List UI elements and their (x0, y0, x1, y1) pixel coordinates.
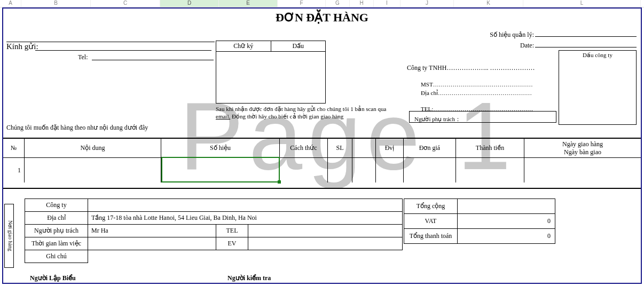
th-thanhtien: Thành tiền (456, 139, 524, 157)
delivery-side-label: Nơi giao hàng (4, 204, 14, 268)
th-dvi: Đvị (376, 139, 404, 157)
val-congty[interactable] (88, 199, 403, 212)
print-area: Page 1 ĐƠN ĐẶT HÀNG Kính gửi: Tel: Số hi… (2, 7, 642, 284)
table-header-row: № Nội dung Số hiệu Cách thức SL Đvị Đơn … (3, 139, 641, 158)
row-vat: VAT 0 (404, 214, 555, 229)
th-sohieu: Số hiệu (161, 139, 280, 157)
td-sohieu[interactable] (161, 158, 280, 182)
col-K[interactable]: K (454, 0, 523, 7)
th-sl2 (352, 139, 376, 157)
row-tongcong: Tổng cộng (404, 199, 555, 214)
val-tongcong[interactable] (458, 199, 555, 214)
th-ngay: Ngày giao hàng Ngày bàn giao (524, 139, 641, 157)
td-dongia[interactable] (404, 158, 456, 182)
lbl-tongtt: Tổng thanh toán (404, 229, 458, 244)
delivery-table: Công ty Địa chỉ Tầng 17-18 tòa nhà Lotte… (25, 198, 403, 263)
row-tglv: Thời gian làm việc EV (25, 237, 403, 250)
col-L[interactable]: L (523, 0, 641, 7)
row-ghichu: Ghi chú (25, 250, 403, 263)
date-label: Date: (520, 42, 534, 50)
val-tel[interactable] (248, 225, 403, 237)
mst-label: MST…………………………………………… (421, 81, 533, 88)
kinh-gui-label: Kính gửi: (6, 42, 38, 51)
td-ngay[interactable] (524, 158, 641, 182)
col-E[interactable]: E (219, 0, 278, 7)
td-dvi[interactable] (376, 158, 404, 182)
col-I[interactable]: I (374, 0, 400, 7)
row-congty: Công ty (25, 199, 403, 212)
row-tongtt: Tổng thanh toán 0 (404, 229, 555, 244)
table-row[interactable]: 1 (3, 158, 641, 182)
col-B[interactable]: B (21, 0, 91, 7)
td-noidung[interactable] (25, 158, 161, 182)
sig-chuky-label: Chữ ký (216, 41, 271, 51)
lbl-tglv: Thời gian làm việc (25, 237, 88, 250)
spreadsheet-page: A B C D E F G H I J K L Page 1 ĐƠN ĐẶT H… (0, 0, 644, 286)
lbl-tongcong: Tổng cộng (404, 199, 458, 214)
lbl-vat: VAT (404, 214, 458, 229)
order-table: № Nội dung Số hiệu Cách thức SL Đvị Đơn … (3, 138, 641, 189)
val-diachi[interactable]: Tầng 17-18 tòa nhà Lotte Hanoi, 54 Lieu … (88, 212, 403, 225)
company-label: Công ty TNHH……………….. ………………… (407, 64, 535, 72)
kinh-gui-line (35, 50, 211, 51)
val-ev[interactable] (248, 237, 403, 250)
td-no[interactable]: 1 (3, 158, 25, 182)
td-cachthuc[interactable] (280, 158, 328, 182)
signature-box: Chữ ký Dấu (216, 41, 326, 104)
so-hieu-ql-line (535, 36, 637, 37)
td-sl[interactable] (328, 158, 352, 182)
th-dongia: Đơn giá (404, 139, 456, 157)
val-vat[interactable]: 0 (458, 214, 555, 229)
sig-dau-label: Dấu (271, 41, 326, 51)
col-D[interactable]: D (160, 0, 219, 7)
stamp-label: Dấu công ty (559, 51, 636, 60)
scan-note: Sau khi nhận được đơn đặt hàng hãy gửi c… (216, 106, 445, 121)
td-thanhtien[interactable] (456, 158, 524, 182)
val-tglv[interactable] (88, 237, 216, 250)
lbl-lapbieu: Người Lập Biểu (30, 274, 76, 282)
company-stamp-box: Dấu công ty (559, 50, 637, 125)
lbl-kiemtra: Người kiểm tra (227, 274, 271, 282)
lbl-ev: EV (216, 237, 248, 250)
tel-label: Tel: (78, 53, 88, 61)
tel-line (92, 60, 214, 60)
col-A[interactable]: A (0, 0, 21, 7)
lbl-tel: TEL (216, 225, 248, 237)
th-noidung: Nội dung (25, 139, 161, 157)
lbl-congty: Công ty (25, 199, 88, 212)
order-note: Chúng tôi muốn đặt hàng theo như nội dun… (6, 124, 148, 132)
col-G[interactable]: G (326, 0, 350, 7)
row-nguoipt: Người phụ trách Mr Ha TEL (25, 225, 403, 237)
totals-block: Tổng cộng VAT 0 Tổng thanh toán 0 (404, 198, 555, 244)
col-H[interactable]: H (350, 0, 374, 7)
diachi-label: Địa chỉ………………………………………… (421, 90, 532, 97)
date-line (535, 47, 637, 47)
row-diachi: Địa chỉ Tầng 17-18 tòa nhà Lotte Hanoi, … (25, 212, 403, 225)
col-F[interactable]: F (278, 0, 326, 7)
td-sl2[interactable] (352, 158, 376, 182)
delivery-block: Nơi giao hàng Công ty Địa chỉ Tầng 17-18… (3, 198, 404, 273)
th-cachthuc: Cách thức (280, 139, 328, 157)
page-title: ĐƠN ĐẶT HÀNG (3, 11, 641, 25)
so-hieu-ql-label: Số hiệu quản lý: (490, 31, 534, 39)
col-C[interactable]: C (91, 0, 160, 7)
lbl-nguoipt: Người phụ trách (25, 225, 88, 237)
col-J[interactable]: J (400, 0, 454, 7)
val-ghichu[interactable] (88, 250, 403, 263)
column-headers: A B C D E F G H I J K L (0, 0, 644, 7)
th-no: № (3, 139, 25, 157)
lbl-ghichu: Ghi chú (25, 250, 88, 263)
lbl-diachi: Địa chỉ (25, 212, 88, 225)
th-sl: SL (328, 139, 352, 157)
val-tongtt[interactable]: 0 (458, 229, 555, 244)
val-nguoipt[interactable]: Mr Ha (88, 225, 216, 237)
